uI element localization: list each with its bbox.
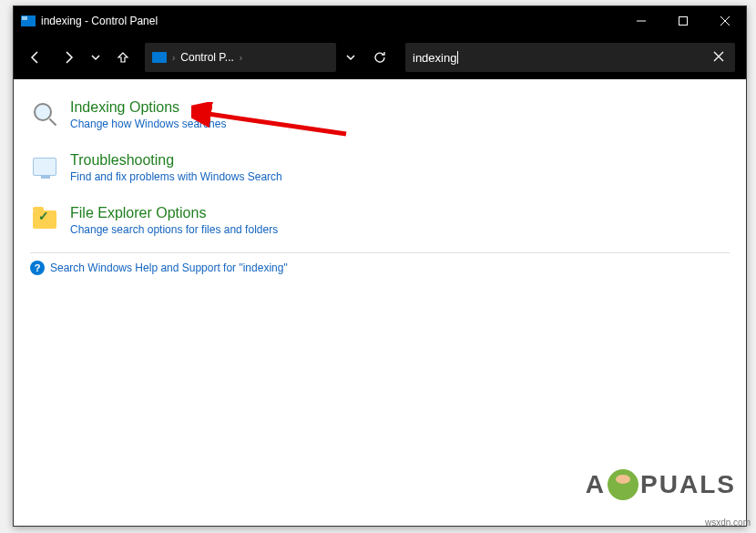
title-bar: indexing - Control Panel bbox=[14, 6, 746, 36]
search-result: File Explorer OptionsChange search optio… bbox=[30, 200, 730, 241]
source-tag: wsxdn.com bbox=[705, 518, 751, 528]
watermark-prefix: A bbox=[586, 470, 606, 499]
control-panel-icon bbox=[152, 52, 167, 63]
svg-rect-2 bbox=[679, 17, 688, 26]
result-icon bbox=[30, 152, 59, 181]
recent-dropdown[interactable] bbox=[87, 43, 105, 72]
result-title-link[interactable]: Troubleshooting bbox=[70, 152, 282, 169]
minimize-button[interactable] bbox=[620, 6, 662, 36]
forward-button[interactable] bbox=[54, 43, 83, 72]
search-input-text[interactable]: indexing bbox=[413, 51, 456, 65]
nav-bar: › Control P... › indexing bbox=[14, 36, 746, 79]
svg-rect-1 bbox=[22, 16, 27, 20]
refresh-button[interactable] bbox=[365, 43, 394, 72]
chevron-right-icon[interactable]: › bbox=[240, 53, 242, 63]
back-button[interactable] bbox=[21, 43, 50, 72]
address-bar[interactable]: › Control P... › bbox=[145, 43, 336, 72]
window-title: indexing - Control Panel bbox=[41, 15, 620, 27]
result-title-link[interactable]: File Explorer Options bbox=[70, 205, 278, 221]
app-icon bbox=[21, 14, 36, 28]
watermark: A PUALS bbox=[586, 469, 736, 500]
watermark-suffix: PUALS bbox=[640, 470, 736, 499]
result-desc-link[interactable]: Change how Windows searches bbox=[70, 118, 226, 130]
result-desc-link[interactable]: Change search options for files and fold… bbox=[70, 223, 278, 236]
result-desc-link[interactable]: Find and fix problems with Windows Searc… bbox=[70, 170, 282, 183]
search-result: Indexing OptionsChange how Windows searc… bbox=[30, 94, 730, 136]
text-caret bbox=[457, 51, 458, 64]
help-search-row[interactable]: ? Search Windows Help and Support for "i… bbox=[30, 252, 730, 282]
up-button[interactable] bbox=[108, 43, 138, 72]
chevron-right-icon: › bbox=[172, 53, 175, 63]
search-result: TroubleshootingFind and fix problems wit… bbox=[30, 147, 730, 189]
close-button[interactable] bbox=[704, 6, 746, 36]
result-icon bbox=[30, 99, 59, 128]
watermark-avatar bbox=[608, 469, 639, 500]
help-search-link[interactable]: Search Windows Help and Support for "ind… bbox=[50, 261, 288, 274]
control-panel-window: indexing - Control Panel › bbox=[13, 5, 747, 527]
window-controls bbox=[620, 6, 746, 36]
help-icon: ? bbox=[30, 261, 45, 275]
maximize-button[interactable] bbox=[662, 6, 704, 36]
search-bar[interactable]: indexing bbox=[405, 43, 735, 72]
result-title-link[interactable]: Indexing Options bbox=[70, 99, 226, 116]
content-area: Indexing OptionsChange how Windows searc… bbox=[14, 79, 746, 526]
address-dropdown[interactable] bbox=[340, 43, 362, 72]
clear-search-button[interactable] bbox=[710, 46, 728, 69]
breadcrumb-label[interactable]: Control P... bbox=[180, 51, 233, 64]
result-icon bbox=[30, 205, 59, 234]
